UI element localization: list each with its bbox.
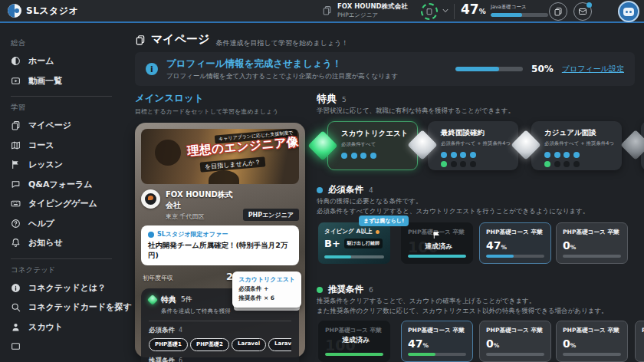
offer-role-badge: PHPエンジニア (243, 209, 299, 221)
condition-dots (544, 161, 616, 167)
header-progress-percent: 47% (461, 2, 486, 17)
card-percent: 0% (563, 239, 621, 252)
sidebar-item-courses[interactable]: コース (11, 136, 123, 156)
cards-button[interactable] (549, 2, 567, 21)
recommended-card-locked[interactable]: PHP基礎コース 卒業 0% (479, 321, 551, 362)
required-section-header: 必須条件4 (317, 184, 373, 196)
sidebar-item-clipped[interactable] (11, 337, 123, 357)
robot-avatar-icon (623, 8, 634, 16)
page-header: マイページ 条件達成を目指して学習を始めましょう！ (135, 32, 348, 48)
offer-benefits-box: スカウトリクエスト 必須条件 + 推奨条件 × 6 特典 5件 条件を達成して特… (141, 288, 299, 362)
offer-label: SLスタジオ限定オファー (148, 230, 292, 239)
condition-dot-blue (451, 152, 457, 158)
home-icon (11, 56, 21, 66)
benefit-subtitle: 条件を達成して特典を獲得 (161, 308, 291, 315)
sidebar-item-news[interactable]: お知らせ (11, 233, 123, 253)
benefit-card-scout-request[interactable]: スカウトリクエスト 必須条件すべて (327, 121, 418, 170)
condition-dot-blue (554, 152, 560, 158)
recommended-card-current[interactable]: PHP基礎コース 卒業 47% (401, 321, 473, 362)
condition-dot-dark (564, 161, 570, 167)
typing-grade-badge: 駆け出し打鍵師 (344, 239, 383, 248)
condition-dots (441, 161, 512, 167)
recommended-section-description: 推奨条件をクリアすることで、スカウトの確率を上げることができます。 また推奨条件… (317, 296, 617, 316)
condition-dot-dark (573, 161, 580, 167)
benefit-card-clipped[interactable] (641, 121, 644, 170)
condition-dot-blue (470, 152, 476, 158)
header-course-label: Java基礎コース (491, 4, 548, 11)
blue-dot-icon (317, 187, 323, 193)
card-percent: 0% (486, 337, 544, 350)
condition-dot-dark (460, 161, 466, 167)
condition-dots (341, 153, 411, 159)
sidebar-item-what-is-connected[interactable]: コネクテッドとは？ (11, 278, 123, 298)
required-section-description: 特典の獲得に必要となる条件です。 必須条件をすべてクリアすると、スカウトリクエス… (317, 196, 617, 216)
copy-icon (554, 7, 563, 16)
user-avatar[interactable] (618, 1, 639, 22)
scout-request-tooltip: スカウトリクエスト 必須条件 + 推奨条件 × 6 (232, 272, 301, 308)
condition-dot-dark (554, 161, 560, 167)
profile-settings-link[interactable]: プロフィール設定 (562, 64, 624, 74)
condition-dot-dark (470, 161, 476, 167)
divider (149, 321, 291, 321)
notification-dot (586, 2, 592, 8)
benefit-card-casual-interview[interactable]: カジュアル面談 必須条件すべて + 推奨条件4つ (531, 121, 622, 170)
banner-title: プロフィール情報を完成させましょう！ (166, 58, 398, 71)
sidebar-item-mypage[interactable]: マイページ (11, 116, 123, 136)
condition-dot-blue (441, 152, 447, 158)
offer-company-row: FOX HOUND株式会社 東京 千代田区 PHPエンジニア (141, 189, 299, 221)
required-card-done[interactable]: PHP基礎コース 卒業 100 達成済み (401, 222, 473, 264)
pages-icon (11, 120, 21, 130)
condition-dot-dark (451, 161, 457, 167)
video-icon (11, 76, 21, 86)
condition-dot-blue (360, 153, 366, 159)
sidebar-item-lessons[interactable]: レッスン (11, 155, 123, 175)
main-slot-title: メインスロット (135, 92, 307, 105)
card-percent: 0% (563, 337, 621, 350)
sl-logo-icon (8, 4, 21, 18)
header-company-role: PHPエンジニア (337, 12, 408, 18)
messages-button[interactable] (573, 2, 592, 21)
sidebar-item-scout[interactable]: スカウト (11, 318, 123, 337)
chevron-down-icon[interactable] (442, 7, 449, 15)
sidebar-section-learning: 学習 (11, 103, 123, 113)
offer-card-photo: キャリアプランに応じた支援制度で 理想のエンジニア像 を目指しませんか？ (141, 129, 299, 184)
card-icon (322, 5, 332, 15)
map-icon (11, 140, 21, 150)
mail-icon (578, 7, 587, 16)
required-card-locked[interactable]: PHP基礎コース 卒業 0% (556, 222, 628, 264)
recommended-card-clipped[interactable]: PHP基礎コース 卒業 (635, 321, 644, 362)
chat-icon (11, 179, 21, 189)
flag-icon (11, 160, 21, 169)
profile-progress-bar (455, 67, 523, 71)
benefit-count: 5件 (181, 295, 192, 304)
card-percent: 47% (486, 239, 544, 252)
condition-dot-blue (573, 152, 580, 158)
required-card-typing[interactable]: まずは腕ならし! タイピング A以上 B+ 駆け出し打鍵師 (318, 222, 390, 264)
sidebar-item-qa-forum[interactable]: Q&Aフォーラム (11, 175, 123, 195)
sidebar-item-typing-game[interactable]: タイピングゲーム (11, 194, 123, 214)
card-progress-ring[interactable] (421, 3, 438, 20)
bell-icon (11, 238, 21, 248)
header-company-selector[interactable]: FOX HOUND株式会社 PHPエンジニア (322, 2, 408, 18)
condition-dot-green (544, 161, 550, 167)
main-slot-section: メインスロット 目標とするカードをセットして学習を進めましょう キャリアプランに… (135, 92, 307, 357)
condition-tag: PHP基礎1 (149, 338, 188, 351)
required-card-current[interactable]: PHP基礎コース 卒業 47% (479, 222, 551, 264)
condition-dot-blue (544, 152, 550, 158)
top-bar: SLスタジオ FOX HOUND株式会社 PHPエンジニア 47% Java基礎… (0, 0, 644, 23)
sidebar-item-home[interactable]: ホーム (11, 51, 123, 71)
benefit-card-final-interview[interactable]: 最終面談確約 必須条件すべて + 推奨条件4つ (428, 121, 518, 170)
recommended-card-done[interactable]: PHP基礎コース 卒業 100 達成済み (318, 321, 390, 362)
app-logo-text: SLスタジオ (26, 5, 78, 18)
sidebar-section-general: 総合 (11, 38, 123, 48)
sidebar-divider (11, 258, 112, 259)
offer-company-name: FOX HOUND株式会社 (166, 189, 238, 211)
sidebar-item-videos[interactable]: 動画一覧 (11, 71, 123, 91)
condition-dot-blue (351, 153, 357, 159)
app-logo[interactable]: SLスタジオ (8, 4, 78, 18)
condition-dot-green (441, 161, 447, 167)
offer-card[interactable]: キャリアプランに応じた支援制度で 理想のエンジニア像 を目指しませんか？ FOX… (135, 123, 305, 357)
sidebar-item-help[interactable]: ヘルプ (11, 214, 123, 234)
recommended-card-locked[interactable]: PHP基礎コース 卒業 0% (556, 321, 628, 362)
sidebar-item-find-connected-card[interactable]: コネクテッドカードを探す (11, 298, 123, 318)
